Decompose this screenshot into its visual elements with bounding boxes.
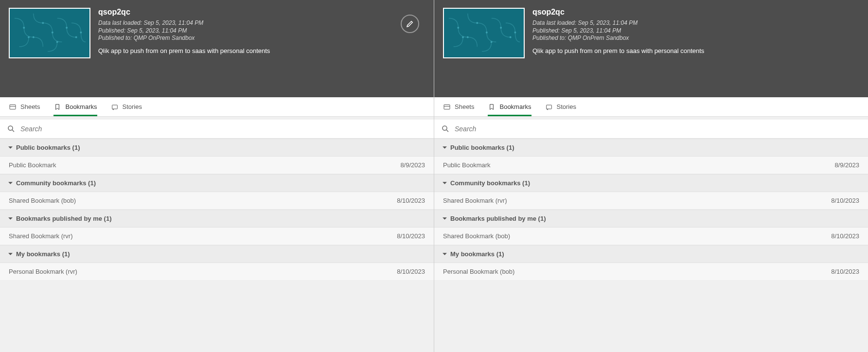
tab-stories[interactable]: Stories	[545, 97, 576, 116]
bookmark-date: 8/10/2023	[397, 268, 425, 275]
meta-published: Published: Sep 5, 2023, 11:04 PM	[532, 27, 859, 35]
tab-label: Stories	[557, 103, 576, 110]
section-title: My bookmarks (1)	[16, 250, 70, 258]
stories-icon	[111, 103, 119, 111]
search-input[interactable]	[455, 123, 861, 135]
svg-point-22	[491, 41, 493, 43]
bookmark-row[interactable]: Shared Bookmark (bob) 8/10/2023	[0, 192, 434, 210]
app-title: qsop2qc	[98, 8, 425, 17]
svg-point-23	[462, 36, 464, 38]
bookmark-name: Public Bookmark	[443, 161, 491, 169]
svg-point-21	[510, 36, 512, 38]
svg-line-29	[446, 130, 448, 132]
bookmark-date: 8/10/2023	[831, 268, 859, 275]
section-header[interactable]: Public bookmarks (1)	[0, 139, 434, 157]
svg-point-24	[514, 32, 516, 34]
app-description: Qlik app to push from on prem to saas wi…	[532, 47, 859, 54]
svg-point-19	[486, 32, 488, 34]
section-header[interactable]: Bookmarks published by me (1)	[0, 210, 434, 228]
app-thumbnail	[443, 8, 525, 58]
bookmark-name: Shared Bookmark (bob)	[9, 197, 76, 204]
tab-stories[interactable]: Stories	[111, 97, 142, 116]
svg-rect-25	[444, 105, 450, 109]
chevron-down-icon	[8, 216, 13, 221]
bookmark-row[interactable]: Public Bookmark 8/9/2023	[0, 157, 434, 174]
svg-rect-12	[112, 105, 117, 109]
tab-bookmarks[interactable]: Bookmarks	[53, 97, 97, 116]
app-header: qsop2qc Data last loaded: Sep 5, 2023, 1…	[0, 0, 434, 97]
svg-point-4	[52, 32, 53, 34]
svg-point-13	[8, 126, 13, 130]
bookmark-name: Personal Bookmark (rvr)	[9, 268, 77, 275]
pencil-icon	[406, 19, 414, 28]
bookmark-date: 8/10/2023	[397, 232, 425, 240]
bookmark-date: 8/9/2023	[834, 161, 859, 169]
section-header[interactable]: Bookmarks published by me (1)	[434, 210, 868, 228]
bookmark-row[interactable]: Shared Bookmark (rvr) 8/10/2023	[434, 192, 868, 210]
search-input[interactable]	[20, 123, 427, 135]
svg-point-6	[75, 36, 77, 38]
meta-loaded: Data last loaded: Sep 5, 2023, 11:04 PM	[98, 19, 425, 27]
section-header[interactable]: My bookmarks (1)	[434, 245, 868, 263]
bookmark-row[interactable]: Shared Bookmark (rvr) 8/10/2023	[0, 228, 434, 245]
bookmark-row[interactable]: Public Bookmark 8/9/2023	[434, 157, 868, 174]
app-thumbnail	[9, 8, 90, 58]
app-meta: qsop2qc Data last loaded: Sep 5, 2023, 1…	[98, 8, 425, 68]
section-title: Bookmarks published by me (1)	[450, 215, 546, 222]
chevron-down-icon	[442, 180, 447, 186]
chevron-down-icon	[8, 251, 13, 257]
bookmark-date: 8/10/2023	[397, 197, 425, 204]
app-meta: qsop2qc Data last loaded: Sep 5, 2023, 1…	[532, 8, 859, 68]
svg-point-20	[500, 27, 502, 29]
sheets-icon	[443, 103, 451, 111]
meta-published: Published: Sep 5, 2023, 11:04 PM	[98, 27, 425, 35]
chevron-down-icon	[8, 180, 13, 186]
bookmark-list: Public bookmarks (1) Public Bookmark 8/9…	[434, 139, 868, 352]
search-icon	[7, 124, 16, 133]
tab-label: Stories	[123, 103, 142, 110]
tab-bookmarks[interactable]: Bookmarks	[488, 97, 531, 116]
section-header[interactable]: Community bookmarks (1)	[434, 174, 868, 192]
svg-rect-27	[546, 105, 551, 109]
bookmark-name: Shared Bookmark (rvr)	[9, 232, 72, 240]
bookmark-row[interactable]: Personal Bookmark (bob) 8/10/2023	[434, 263, 868, 281]
svg-point-7	[56, 41, 58, 43]
tabs: Sheets Bookmarks Stories	[434, 97, 868, 117]
meta-published-to: Published to: QMP OnPrem Sandbox	[532, 35, 859, 42]
stories-icon	[545, 103, 553, 111]
bookmark-name: Shared Bookmark (bob)	[443, 232, 510, 240]
chevron-down-icon	[442, 145, 447, 150]
tab-label: Bookmarks	[499, 103, 531, 110]
chevron-down-icon	[442, 216, 447, 221]
bookmark-row[interactable]: Shared Bookmark (bob) 8/10/2023	[434, 228, 868, 245]
tab-sheets[interactable]: Sheets	[443, 97, 474, 116]
search-bar	[434, 120, 868, 139]
meta-loaded: Data last loaded: Sep 5, 2023, 11:04 PM	[532, 19, 859, 27]
search-icon	[441, 124, 450, 133]
section-header[interactable]: Community bookmarks (1)	[0, 174, 434, 192]
svg-line-14	[12, 130, 14, 132]
section-header[interactable]: Public bookmarks (1)	[434, 139, 868, 157]
svg-point-9	[80, 32, 82, 34]
svg-point-5	[66, 27, 68, 29]
bookmark-list: Public bookmarks (1) Public Bookmark 8/9…	[0, 139, 434, 352]
tab-sheets[interactable]: Sheets	[9, 97, 40, 116]
app-description: Qlik app to push from on prem to saas wi…	[98, 47, 425, 54]
sheets-icon	[9, 103, 17, 111]
bookmark-name: Personal Bookmark (bob)	[443, 268, 514, 275]
bookmark-date: 8/10/2023	[831, 232, 859, 240]
bookmark-date: 8/10/2023	[831, 197, 859, 204]
tab-label: Sheets	[455, 103, 474, 110]
section-title: Public bookmarks (1)	[16, 144, 80, 151]
section-header[interactable]: My bookmarks (1)	[0, 245, 434, 263]
app-panel: qsop2qc Data last loaded: Sep 5, 2023, 1…	[434, 0, 868, 352]
svg-point-28	[443, 126, 447, 130]
tabs: Sheets Bookmarks Stories	[0, 97, 434, 117]
svg-point-18	[476, 22, 478, 24]
bookmark-date: 8/9/2023	[400, 161, 425, 169]
edit-button[interactable]	[401, 15, 419, 33]
tab-label: Bookmarks	[65, 103, 97, 110]
bookmark-icon	[53, 103, 61, 111]
bookmark-row[interactable]: Personal Bookmark (rvr) 8/10/2023	[0, 263, 434, 281]
bookmark-name: Shared Bookmark (rvr)	[443, 197, 507, 204]
